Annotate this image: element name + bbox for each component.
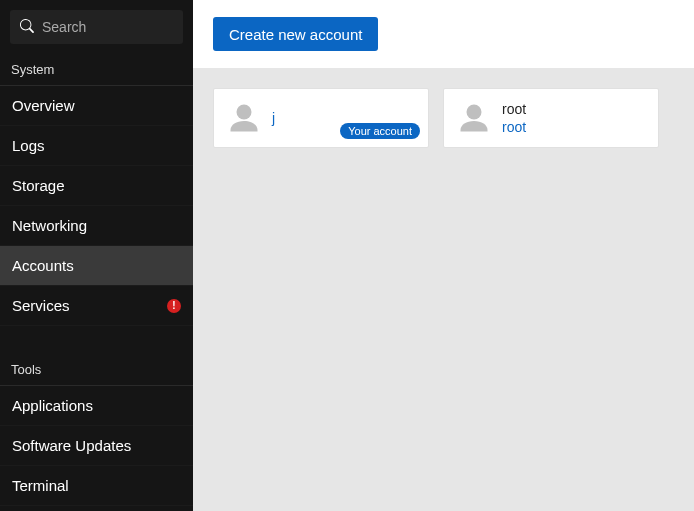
account-card[interactable]: rootroot bbox=[443, 88, 659, 148]
search-box[interactable] bbox=[10, 10, 183, 44]
sidebar-item-applications[interactable]: Applications bbox=[0, 386, 193, 426]
sidebar-item-software-updates[interactable]: Software Updates bbox=[0, 426, 193, 466]
account-text: j bbox=[272, 109, 275, 127]
sidebar-item-accounts[interactable]: Accounts bbox=[0, 246, 193, 286]
sidebar-item-label: Storage bbox=[12, 177, 65, 194]
accounts-list: jYour accountrootroot bbox=[193, 68, 694, 511]
sidebar-item-networking[interactable]: Networking bbox=[0, 206, 193, 246]
account-username-link[interactable]: j bbox=[272, 109, 275, 127]
sidebar-group-label: System bbox=[0, 54, 193, 86]
sidebar-item-services[interactable]: Services! bbox=[0, 286, 193, 326]
sidebar-item-terminal[interactable]: Terminal bbox=[0, 466, 193, 506]
sidebar-item-overview[interactable]: Overview bbox=[0, 86, 193, 126]
create-new-account-button[interactable]: Create new account bbox=[213, 17, 378, 51]
sidebar-item-label: Software Updates bbox=[12, 437, 131, 454]
account-username-link[interactable]: root bbox=[502, 118, 526, 136]
sidebar-item-label: Networking bbox=[12, 217, 87, 234]
account-card[interactable]: jYour account bbox=[213, 88, 429, 148]
sidebar-item-storage[interactable]: Storage bbox=[0, 166, 193, 206]
sidebar-item-label: Applications bbox=[12, 397, 93, 414]
sidebar-item-label: Logs bbox=[12, 137, 45, 154]
sidebar: SystemOverviewLogsStorageNetworkingAccou… bbox=[0, 0, 193, 511]
sidebar-group-label: Tools bbox=[0, 354, 193, 386]
main-area: Create new account jYour accountrootroot bbox=[193, 0, 694, 511]
alert-icon: ! bbox=[167, 299, 181, 313]
search-input[interactable] bbox=[42, 19, 217, 35]
avatar-icon bbox=[226, 100, 262, 136]
search-icon bbox=[20, 19, 34, 36]
topbar: Create new account bbox=[193, 0, 694, 68]
sidebar-item-label: Terminal bbox=[12, 477, 69, 494]
account-text: rootroot bbox=[502, 100, 526, 136]
sidebar-item-label: Services bbox=[12, 297, 70, 314]
account-fullname: root bbox=[502, 100, 526, 118]
search-container bbox=[0, 0, 193, 54]
your-account-badge: Your account bbox=[340, 123, 420, 139]
sidebar-item-label: Accounts bbox=[12, 257, 74, 274]
sidebar-item-label: Overview bbox=[12, 97, 75, 114]
sidebar-item-logs[interactable]: Logs bbox=[0, 126, 193, 166]
svg-point-1 bbox=[467, 105, 482, 120]
svg-point-0 bbox=[237, 105, 252, 120]
avatar-icon bbox=[456, 100, 492, 136]
